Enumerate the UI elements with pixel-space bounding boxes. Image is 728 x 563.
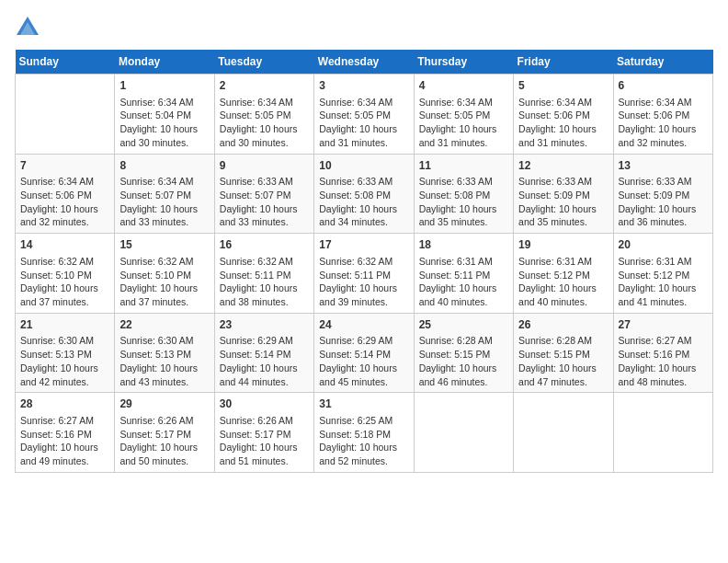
sunset-text: Sunset: 5:13 PM [20, 349, 92, 360]
sunrise-text: Sunrise: 6:30 AM [20, 335, 94, 346]
daylight-text: Daylight: 10 hours and 35 minutes. [419, 203, 497, 228]
sunset-text: Sunset: 5:13 PM [119, 349, 191, 360]
calendar-cell: 15Sunrise: 6:32 AMSunset: 5:10 PMDayligh… [115, 234, 214, 314]
sunset-text: Sunset: 5:11 PM [319, 270, 391, 281]
daylight-text: Daylight: 10 hours and 34 minutes. [319, 203, 397, 228]
day-number: 30 [220, 396, 309, 412]
calendar-cell: 30Sunrise: 6:26 AMSunset: 5:17 PMDayligh… [214, 393, 313, 473]
daylight-text: Daylight: 10 hours and 40 minutes. [518, 282, 597, 307]
calendar-cell [414, 393, 513, 473]
day-number: 24 [319, 317, 408, 333]
day-number: 14 [20, 237, 109, 253]
sunrise-text: Sunrise: 6:33 AM [319, 176, 392, 187]
calendar-week-row: 1Sunrise: 6:34 AMSunset: 5:04 PMDaylight… [16, 75, 713, 155]
sunrise-text: Sunrise: 6:34 AM [20, 176, 94, 187]
calendar-cell: 16Sunrise: 6:32 AMSunset: 5:11 PMDayligh… [214, 234, 313, 314]
sunrise-text: Sunrise: 6:32 AM [119, 256, 193, 267]
sunset-text: Sunset: 5:17 PM [119, 429, 191, 440]
day-number: 1 [119, 78, 209, 94]
sunrise-text: Sunrise: 6:33 AM [518, 176, 592, 187]
calendar-week-row: 28Sunrise: 6:27 AMSunset: 5:16 PMDayligh… [16, 393, 713, 473]
calendar-cell: 28Sunrise: 6:27 AMSunset: 5:16 PMDayligh… [16, 393, 115, 473]
sunrise-text: Sunrise: 6:33 AM [619, 176, 692, 187]
day-number: 23 [220, 317, 309, 333]
calendar-cell: 23Sunrise: 6:29 AMSunset: 5:14 PMDayligh… [214, 313, 313, 393]
day-number: 10 [319, 158, 408, 174]
calendar-week-row: 21Sunrise: 6:30 AMSunset: 5:13 PMDayligh… [16, 313, 713, 393]
sunset-text: Sunset: 5:10 PM [119, 270, 191, 281]
calendar-cell: 27Sunrise: 6:27 AMSunset: 5:16 PMDayligh… [613, 313, 712, 393]
sunrise-text: Sunrise: 6:32 AM [220, 256, 293, 267]
sunrise-text: Sunrise: 6:27 AM [619, 335, 692, 346]
sunrise-text: Sunrise: 6:34 AM [419, 97, 493, 108]
calendar-week-row: 7Sunrise: 6:34 AMSunset: 5:06 PMDaylight… [16, 154, 713, 234]
daylight-text: Daylight: 10 hours and 37 minutes. [20, 282, 98, 307]
day-number: 5 [518, 78, 608, 94]
day-number: 21 [20, 317, 109, 333]
sunrise-text: Sunrise: 6:34 AM [319, 97, 392, 108]
weekday-header-row: SundayMondayTuesdayWednesdayThursdayFrid… [16, 50, 713, 75]
sunrise-text: Sunrise: 6:32 AM [20, 256, 94, 267]
daylight-text: Daylight: 10 hours and 50 minutes. [119, 442, 198, 466]
daylight-text: Daylight: 10 hours and 38 minutes. [220, 282, 298, 307]
calendar-cell: 29Sunrise: 6:26 AMSunset: 5:17 PMDayligh… [115, 393, 214, 473]
sunset-text: Sunset: 5:14 PM [220, 349, 291, 360]
weekday-header-wednesday: Wednesday [314, 50, 414, 75]
sunrise-text: Sunrise: 6:34 AM [119, 176, 193, 187]
sunset-text: Sunset: 5:08 PM [419, 190, 491, 201]
calendar-cell: 14Sunrise: 6:32 AMSunset: 5:10 PMDayligh… [16, 234, 115, 314]
calendar-cell: 8Sunrise: 6:34 AMSunset: 5:07 PMDaylight… [115, 154, 214, 234]
sunset-text: Sunset: 5:12 PM [518, 270, 590, 281]
sunset-text: Sunset: 5:18 PM [319, 429, 391, 440]
sunset-text: Sunset: 5:14 PM [319, 349, 391, 360]
calendar-cell: 13Sunrise: 6:33 AMSunset: 5:09 PMDayligh… [613, 154, 712, 234]
sunrise-text: Sunrise: 6:26 AM [119, 415, 193, 426]
daylight-text: Daylight: 10 hours and 52 minutes. [319, 442, 397, 466]
sunset-text: Sunset: 5:06 PM [518, 109, 590, 121]
calendar-cell: 11Sunrise: 6:33 AMSunset: 5:08 PMDayligh… [414, 154, 513, 234]
daylight-text: Daylight: 10 hours and 31 minutes. [319, 123, 397, 148]
sunrise-text: Sunrise: 6:31 AM [518, 256, 592, 267]
sunrise-text: Sunrise: 6:34 AM [518, 97, 592, 108]
calendar-cell: 22Sunrise: 6:30 AMSunset: 5:13 PMDayligh… [115, 313, 214, 393]
calendar-table: SundayMondayTuesdayWednesdayThursdayFrid… [15, 50, 713, 473]
sunset-text: Sunset: 5:08 PM [319, 190, 391, 201]
sunset-text: Sunset: 5:15 PM [419, 349, 491, 360]
daylight-text: Daylight: 10 hours and 31 minutes. [518, 123, 597, 148]
calendar-cell: 25Sunrise: 6:28 AMSunset: 5:15 PMDayligh… [414, 313, 513, 393]
daylight-text: Daylight: 10 hours and 45 minutes. [319, 362, 397, 387]
calendar-cell: 7Sunrise: 6:34 AMSunset: 5:06 PMDaylight… [16, 154, 115, 234]
logo-icon [15, 15, 40, 40]
daylight-text: Daylight: 10 hours and 35 minutes. [518, 203, 597, 228]
sunset-text: Sunset: 5:05 PM [319, 109, 391, 121]
day-number: 4 [419, 78, 508, 94]
logo [15, 15, 44, 40]
daylight-text: Daylight: 10 hours and 36 minutes. [619, 203, 697, 228]
daylight-text: Daylight: 10 hours and 37 minutes. [119, 282, 198, 307]
day-number: 11 [419, 158, 508, 174]
calendar-cell: 17Sunrise: 6:32 AMSunset: 5:11 PMDayligh… [314, 234, 414, 314]
day-number: 29 [119, 396, 209, 412]
day-number: 8 [119, 158, 209, 174]
calendar-cell: 2Sunrise: 6:34 AMSunset: 5:05 PMDaylight… [214, 75, 313, 155]
calendar-cell: 12Sunrise: 6:33 AMSunset: 5:09 PMDayligh… [514, 154, 613, 234]
daylight-text: Daylight: 10 hours and 30 minutes. [119, 123, 198, 148]
sunrise-text: Sunrise: 6:26 AM [220, 415, 293, 426]
sunset-text: Sunset: 5:16 PM [619, 349, 690, 360]
day-number: 15 [119, 237, 209, 253]
sunrise-text: Sunrise: 6:33 AM [419, 176, 493, 187]
sunset-text: Sunset: 5:06 PM [20, 190, 92, 201]
sunset-text: Sunset: 5:11 PM [220, 270, 291, 281]
day-number: 16 [220, 237, 309, 253]
sunset-text: Sunset: 5:09 PM [518, 190, 590, 201]
sunrise-text: Sunrise: 6:30 AM [119, 335, 193, 346]
daylight-text: Daylight: 10 hours and 33 minutes. [220, 203, 298, 228]
sunrise-text: Sunrise: 6:31 AM [419, 256, 493, 267]
calendar-cell: 6Sunrise: 6:34 AMSunset: 5:06 PMDaylight… [613, 75, 712, 155]
calendar-cell: 5Sunrise: 6:34 AMSunset: 5:06 PMDaylight… [514, 75, 613, 155]
day-number: 28 [20, 396, 109, 412]
calendar-cell [613, 393, 712, 473]
day-number: 19 [518, 237, 608, 253]
day-number: 12 [518, 158, 608, 174]
calendar-cell: 26Sunrise: 6:28 AMSunset: 5:15 PMDayligh… [514, 313, 613, 393]
